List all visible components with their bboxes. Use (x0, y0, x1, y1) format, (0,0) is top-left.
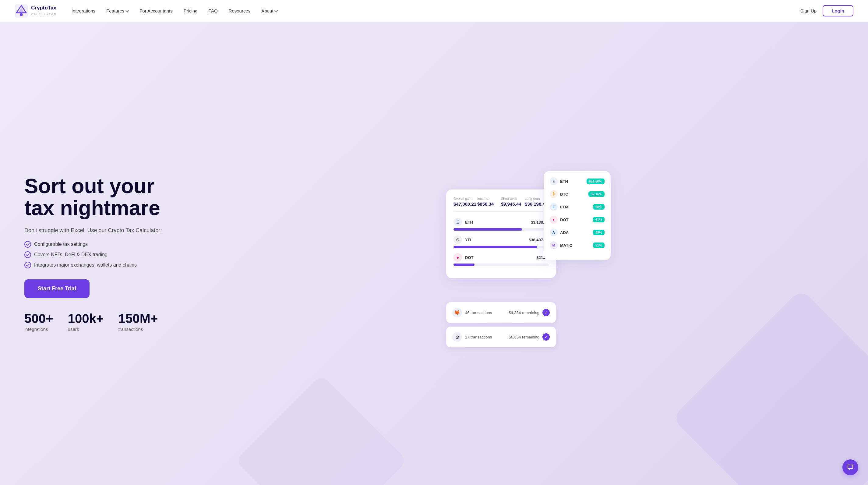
feature-item-1: Configurable tax settings (24, 241, 195, 248)
asset-row-eth: Ξ ETH $3,138.47 (454, 218, 549, 231)
transaction-card-1: 🦊 46 transactions $4,334 remaining ✓ (446, 302, 556, 323)
chat-button[interactable] (842, 459, 858, 475)
coin-btc: ₿ BTC 32.16% (550, 190, 604, 198)
check-icon-3 (24, 262, 31, 268)
about-chevron-icon (275, 9, 278, 12)
hero-title: Sort out your tax nightmare (24, 175, 195, 219)
nav-for-accountants[interactable]: For Accountants (140, 8, 173, 13)
coins-card: Ξ ETH 881.88% ₿ BTC 32.16% F FTM 58% ● D… (544, 171, 611, 260)
features-chevron-icon (126, 9, 129, 12)
nav-features[interactable]: Features (106, 8, 128, 13)
nav-actions: Sign Up Login (800, 5, 854, 17)
nav-links: Integrations Features For Accountants Pr… (71, 8, 800, 13)
coin-dot-icon: ● (550, 216, 558, 223)
hero-features-list: Configurable tax settings Covers NFTs, D… (24, 241, 195, 268)
eth-icon: Ξ (454, 218, 462, 226)
feature-item-2: Covers NFTs, DeFi & DEX trading (24, 251, 195, 258)
logo[interactable]: CryptoTax CALCULATOR (14, 4, 57, 18)
tx-icon-1: 🦊 (452, 308, 462, 317)
start-free-trial-button[interactable]: Start Free Trial (24, 279, 90, 298)
nav-faq[interactable]: FAQ (209, 8, 218, 13)
yfi-icon: ⊙ (454, 236, 462, 244)
coin-btc-icon: ₿ (550, 190, 558, 198)
summary-income: Income $856.34 (477, 197, 501, 207)
nav-integrations[interactable]: Integrations (71, 8, 95, 13)
tx-check-icon-1: ✓ (542, 309, 550, 316)
hero-section: Sort out your tax nightmare Don't strugg… (0, 22, 868, 485)
logo-sub: CALCULATOR (31, 13, 57, 16)
logo-brand: CryptoTax (31, 5, 57, 11)
hero-content: Sort out your tax nightmare Don't strugg… (24, 175, 195, 332)
asset-row-yfi: ⊙ YFI $38,497.90 (454, 236, 549, 248)
coin-ada: A ADA 49% (550, 229, 604, 236)
coin-eth: Ξ ETH 881.88% (550, 177, 604, 185)
coin-dot: ● DOT 61% (550, 216, 604, 223)
coin-ftm: F FTM 58% (550, 203, 604, 211)
coin-ftm-icon: F (550, 203, 558, 211)
coin-ada-icon: A (550, 229, 558, 236)
svg-rect-3 (20, 13, 23, 16)
svg-point-6 (25, 262, 31, 268)
coin-matic-icon: M (550, 241, 558, 249)
nav-about[interactable]: About (261, 8, 277, 13)
logo-icon (14, 4, 28, 18)
tx-icon-2: ⊙ (452, 332, 462, 342)
coin-eth-icon: Ξ (550, 177, 558, 185)
tx-check-icon-2: ✓ (542, 333, 550, 341)
stat-transactions: 150M+ transactions (119, 311, 158, 332)
check-icon-1 (24, 241, 31, 248)
svg-point-4 (25, 241, 31, 247)
nav-pricing[interactable]: Pricing (184, 8, 198, 13)
summary-row: Overall gain $47,000.21 Income $856.34 S… (454, 197, 549, 212)
summary-short-term: Short term $9,945.44 (501, 197, 525, 207)
stat-integrations: 500+ integrations (24, 311, 53, 332)
portfolio-card: Overall gain $47,000.21 Income $856.34 S… (446, 189, 556, 278)
dashboard-mockup: Overall gain $47,000.21 Income $856.34 S… (195, 171, 844, 336)
transaction-card-2: ⊙ 17 transactions $6,334 remaining ✓ (446, 327, 556, 347)
feature-item-3: Integrates major exchanges, wallets and … (24, 262, 195, 268)
login-button[interactable]: Login (823, 5, 854, 17)
signup-button[interactable]: Sign Up (800, 8, 816, 13)
chat-icon (847, 464, 854, 471)
summary-overall-gain: Overall gain $47,000.21 (454, 197, 477, 207)
check-icon-2 (24, 251, 31, 258)
navbar: CryptoTax CALCULATOR Integrations Featur… (0, 0, 868, 22)
coin-matic: M MATIC 31% (550, 241, 604, 249)
svg-point-5 (25, 252, 31, 258)
dashboard-container: Overall gain $47,000.21 Income $856.34 S… (446, 171, 604, 336)
nav-resources[interactable]: Resources (229, 8, 251, 13)
stats-row: 500+ integrations 100k+ users 150M+ tran… (24, 311, 195, 332)
asset-row-dot: ● DOT $21.21 (454, 253, 549, 266)
stat-users: 100k+ users (68, 311, 104, 332)
hero-subtitle: Don't struggle with Excel. Use our Crypt… (24, 227, 195, 234)
dot-icon: ● (454, 253, 462, 262)
